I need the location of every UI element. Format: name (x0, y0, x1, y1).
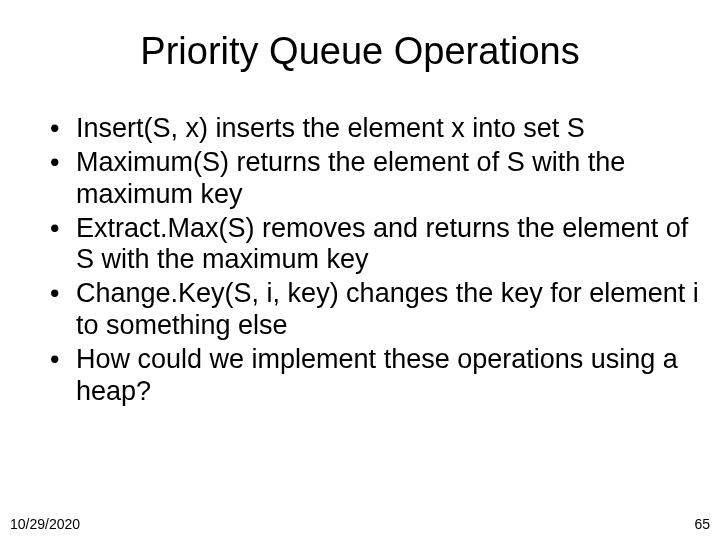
list-item: How could we implement these operations … (50, 344, 700, 408)
list-item: Insert(S, x) inserts the element x into … (50, 113, 700, 145)
list-item: Maximum(S) returns the element of S with… (50, 147, 700, 211)
footer-page-number: 65 (694, 516, 710, 532)
footer-date: 10/29/2020 (10, 516, 80, 532)
slide-title: Priority Queue Operations (20, 30, 700, 73)
list-item: Extract.Max(S) removes and returns the e… (50, 213, 700, 277)
slide: Priority Queue Operations Insert(S, x) i… (0, 0, 720, 540)
list-item: Change.Key(S, i, key) changes the key fo… (50, 278, 700, 342)
bullet-list: Insert(S, x) inserts the element x into … (20, 113, 700, 408)
